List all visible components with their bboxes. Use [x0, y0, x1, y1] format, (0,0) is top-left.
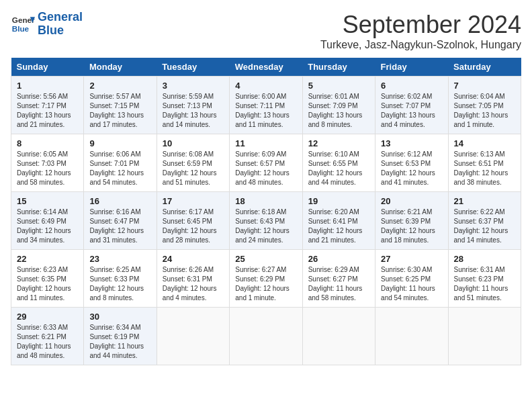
day-number: 23: [89, 254, 150, 264]
calendar-cell: 5Sunrise: 6:01 AMSunset: 7:09 PMDaylight…: [302, 77, 375, 134]
day-info: Sunrise: 6:00 AMSunset: 7:11 PMDaylight:…: [235, 92, 296, 130]
weekday-header-row: SundayMondayTuesdayWednesdayThursdayFrid…: [11, 58, 521, 77]
day-info: Sunrise: 6:12 AMSunset: 6:53 PMDaylight:…: [381, 150, 442, 187]
day-info: Sunrise: 6:29 AMSunset: 6:27 PMDaylight:…: [308, 265, 369, 303]
day-info: Sunrise: 6:06 AMSunset: 7:01 PMDaylight:…: [89, 150, 150, 187]
calendar-cell: 6Sunrise: 6:02 AMSunset: 7:07 PMDaylight…: [375, 77, 448, 134]
day-info: Sunrise: 6:08 AMSunset: 6:59 PMDaylight:…: [163, 150, 224, 187]
calendar-week-row: 1Sunrise: 5:56 AMSunset: 7:17 PMDaylight…: [11, 77, 521, 134]
calendar-cell: 25Sunrise: 6:27 AMSunset: 6:29 PMDayligh…: [230, 250, 302, 308]
logo-blue: Blue: [38, 24, 83, 38]
calendar-week-row: 15Sunrise: 6:14 AMSunset: 6:49 PMDayligh…: [11, 192, 521, 250]
calendar-table: SundayMondayTuesdayWednesdayThursdayFrid…: [11, 58, 521, 365]
calendar-cell: 24Sunrise: 6:26 AMSunset: 6:31 PMDayligh…: [157, 250, 229, 308]
calendar-cell: 1Sunrise: 5:56 AMSunset: 7:17 PMDaylight…: [11, 77, 84, 134]
day-number: 6: [381, 81, 442, 91]
day-info: Sunrise: 6:14 AMSunset: 6:49 PMDaylight:…: [17, 208, 78, 245]
day-number: 24: [163, 254, 224, 264]
day-info: Sunrise: 6:04 AMSunset: 7:05 PMDaylight:…: [454, 92, 515, 130]
day-info: Sunrise: 6:21 AMSunset: 6:39 PMDaylight:…: [381, 208, 442, 245]
calendar-cell: 16Sunrise: 6:16 AMSunset: 6:47 PMDayligh…: [84, 192, 157, 250]
day-info: Sunrise: 6:05 AMSunset: 7:03 PMDaylight:…: [17, 150, 78, 187]
month-title: September 2024: [320, 11, 521, 39]
calendar-cell: [157, 308, 229, 365]
calendar-cell: 20Sunrise: 6:21 AMSunset: 6:39 PMDayligh…: [375, 192, 448, 250]
calendar-cell: 17Sunrise: 6:17 AMSunset: 6:45 PMDayligh…: [157, 192, 229, 250]
day-info: Sunrise: 6:22 AMSunset: 6:37 PMDaylight:…: [454, 208, 515, 245]
day-info: Sunrise: 6:34 AMSunset: 6:19 PMDaylight:…: [89, 323, 150, 361]
page-header: General Blue General Blue September 2024…: [11, 11, 521, 51]
calendar-cell: [448, 308, 521, 365]
day-number: 9: [89, 138, 150, 148]
day-info: Sunrise: 6:10 AMSunset: 6:55 PMDaylight:…: [308, 150, 369, 187]
day-info: Sunrise: 6:27 AMSunset: 6:29 PMDaylight:…: [235, 265, 296, 303]
calendar-cell: 30Sunrise: 6:34 AMSunset: 6:19 PMDayligh…: [84, 308, 157, 365]
day-info: Sunrise: 6:25 AMSunset: 6:33 PMDaylight:…: [89, 265, 150, 303]
day-number: 19: [308, 196, 369, 206]
day-number: 28: [454, 254, 515, 264]
day-number: 22: [17, 254, 78, 264]
calendar-cell: 22Sunrise: 6:23 AMSunset: 6:35 PMDayligh…: [11, 250, 84, 308]
day-number: 27: [381, 254, 442, 264]
calendar-cell: 3Sunrise: 5:59 AMSunset: 7:13 PMDaylight…: [157, 77, 229, 134]
calendar-cell: 13Sunrise: 6:12 AMSunset: 6:53 PMDayligh…: [375, 134, 448, 192]
calendar-cell: 29Sunrise: 6:33 AMSunset: 6:21 PMDayligh…: [11, 308, 84, 365]
weekday-header-tuesday: Tuesday: [157, 58, 229, 77]
day-info: Sunrise: 6:31 AMSunset: 6:23 PMDaylight:…: [454, 265, 515, 303]
calendar-cell: 27Sunrise: 6:30 AMSunset: 6:25 PMDayligh…: [375, 250, 448, 308]
calendar-cell: [230, 308, 302, 365]
calendar-cell: 23Sunrise: 6:25 AMSunset: 6:33 PMDayligh…: [84, 250, 157, 308]
calendar-cell: 28Sunrise: 6:31 AMSunset: 6:23 PMDayligh…: [448, 250, 521, 308]
day-number: 21: [454, 196, 515, 206]
logo-icon: General Blue: [11, 12, 35, 36]
day-number: 26: [308, 254, 369, 264]
calendar-cell: 19Sunrise: 6:20 AMSunset: 6:41 PMDayligh…: [302, 192, 375, 250]
calendar-cell: 7Sunrise: 6:04 AMSunset: 7:05 PMDaylight…: [448, 77, 521, 134]
day-number: 2: [89, 81, 150, 91]
day-number: 5: [308, 81, 369, 91]
calendar-cell: 8Sunrise: 6:05 AMSunset: 7:03 PMDaylight…: [11, 134, 84, 192]
calendar-cell: 14Sunrise: 6:13 AMSunset: 6:51 PMDayligh…: [448, 134, 521, 192]
weekday-header-friday: Friday: [375, 58, 448, 77]
day-info: Sunrise: 6:16 AMSunset: 6:47 PMDaylight:…: [89, 208, 150, 245]
calendar-cell: 26Sunrise: 6:29 AMSunset: 6:27 PMDayligh…: [302, 250, 375, 308]
day-number: 15: [17, 196, 78, 206]
title-section: September 2024 Turkeve, Jasz-Nagykun-Szo…: [320, 11, 521, 51]
day-number: 13: [381, 138, 442, 148]
day-number: 1: [17, 81, 78, 91]
day-info: Sunrise: 5:59 AMSunset: 7:13 PMDaylight:…: [163, 92, 224, 130]
day-number: 10: [163, 138, 224, 148]
calendar-week-row: 29Sunrise: 6:33 AMSunset: 6:21 PMDayligh…: [11, 308, 521, 365]
calendar-week-row: 22Sunrise: 6:23 AMSunset: 6:35 PMDayligh…: [11, 250, 521, 308]
weekday-header-sunday: Sunday: [11, 58, 84, 77]
day-number: 12: [308, 138, 369, 148]
day-number: 14: [454, 138, 515, 148]
day-info: Sunrise: 6:20 AMSunset: 6:41 PMDaylight:…: [308, 208, 369, 245]
weekday-header-monday: Monday: [84, 58, 157, 77]
day-info: Sunrise: 6:18 AMSunset: 6:43 PMDaylight:…: [235, 208, 296, 245]
day-info: Sunrise: 6:01 AMSunset: 7:09 PMDaylight:…: [308, 92, 369, 130]
calendar-cell: 2Sunrise: 5:57 AMSunset: 7:15 PMDaylight…: [84, 77, 157, 134]
day-number: 29: [17, 312, 78, 322]
calendar-cell: 9Sunrise: 6:06 AMSunset: 7:01 PMDaylight…: [84, 134, 157, 192]
day-info: Sunrise: 5:57 AMSunset: 7:15 PMDaylight:…: [89, 92, 150, 130]
calendar-cell: 15Sunrise: 6:14 AMSunset: 6:49 PMDayligh…: [11, 192, 84, 250]
svg-text:Blue: Blue: [12, 24, 30, 33]
day-info: Sunrise: 6:23 AMSunset: 6:35 PMDaylight:…: [17, 265, 78, 303]
day-number: 8: [17, 138, 78, 148]
day-number: 25: [235, 254, 296, 264]
weekday-header-thursday: Thursday: [302, 58, 375, 77]
calendar-cell: [375, 308, 448, 365]
location-title: Turkeve, Jasz-Nagykun-Szolnok, Hungary: [320, 39, 521, 51]
day-info: Sunrise: 6:26 AMSunset: 6:31 PMDaylight:…: [163, 265, 224, 303]
calendar-cell: [302, 308, 375, 365]
day-number: 16: [89, 196, 150, 206]
day-info: Sunrise: 5:56 AMSunset: 7:17 PMDaylight:…: [17, 92, 78, 130]
day-info: Sunrise: 6:13 AMSunset: 6:51 PMDaylight:…: [454, 150, 515, 187]
day-number: 3: [163, 81, 224, 91]
day-info: Sunrise: 6:09 AMSunset: 6:57 PMDaylight:…: [235, 150, 296, 187]
day-info: Sunrise: 6:33 AMSunset: 6:21 PMDaylight:…: [17, 323, 78, 361]
day-info: Sunrise: 6:30 AMSunset: 6:25 PMDaylight:…: [381, 265, 442, 303]
calendar-cell: 12Sunrise: 6:10 AMSunset: 6:55 PMDayligh…: [302, 134, 375, 192]
calendar-cell: 10Sunrise: 6:08 AMSunset: 6:59 PMDayligh…: [157, 134, 229, 192]
